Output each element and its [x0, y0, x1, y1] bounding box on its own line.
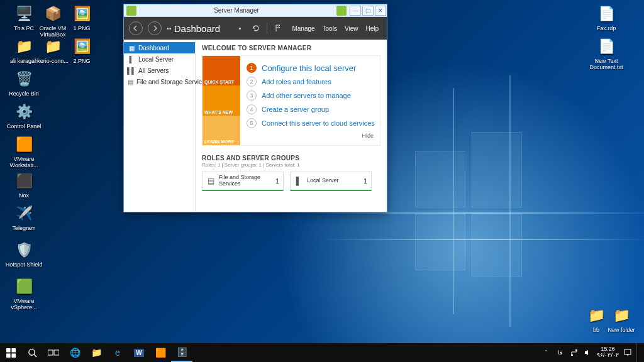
sidebar-item-dashboard[interactable]: ▦Dashboard [124, 42, 195, 53]
chevron-down-icon[interactable]: • [234, 23, 245, 34]
sidebar-item-label: Dashboard [138, 45, 169, 52]
ribbon-menu-view[interactable]: View [341, 24, 362, 33]
desktop-icon[interactable]: 📄Fax.rdp [589, 4, 624, 32]
search-button[interactable] [21, 343, 43, 362]
breadcrumb[interactable]: •• Dashboard [167, 23, 220, 34]
desktop-icon-glyph: 📦 [43, 4, 63, 24]
sidebar-item-file-and-storage-services[interactable]: ▤File and Storage Services▸ [124, 76, 195, 87]
groups-subtext: Roles: 1 | Server groups: 1 | Servers to… [202, 162, 380, 168]
desktop-icon-label: 1.PNG [63, 26, 101, 32]
app-icon [126, 6, 136, 16]
svg-rect-8 [575, 349, 577, 351]
notifications-flag-icon[interactable] [272, 23, 284, 34]
desktop-icon[interactable]: 🟩VMware vSphere... [5, 277, 43, 311]
tray-action-center-icon[interactable] [623, 348, 633, 358]
step-label: Connect this server to cloud services [262, 119, 375, 127]
show-desktop-button[interactable] [636, 343, 640, 362]
taskbar-app-edge[interactable]: e [107, 343, 128, 362]
sidebar-item-icon: ▦ [128, 44, 135, 52]
sidebar-item-icon: ▌ [128, 55, 135, 63]
ribbon-menu-tools[interactable]: Tools [319, 24, 340, 33]
titlebar-spare-icon [336, 6, 347, 16]
desktop-icon-glyph: 🛡️ [14, 240, 34, 260]
wizard-tile[interactable]: QUICK START [203, 56, 240, 85]
desktop-icon[interactable]: ⬛Nox [5, 171, 43, 199]
desktop-icon[interactable]: ✈️Telegram [5, 204, 43, 232]
desktop-icon-label: Nox [5, 193, 43, 199]
step-label: Add roles and features [262, 78, 331, 85]
tray-date: ۹۶/۰۳/۰۳ [597, 353, 619, 359]
groups-heading: ROLES AND SERVER GROUPS [202, 155, 380, 162]
desktop-icon[interactable]: 🛡️Hotspot Shield [5, 240, 43, 268]
step-label: Configure this local server [262, 63, 356, 73]
tray-clock[interactable]: 15:26 ۹۶/۰۳/۰۳ [597, 346, 619, 359]
wizard-step[interactable]: 2Add roles and features [247, 75, 376, 89]
sidebar-item-icon: ▤ [128, 78, 133, 85]
desktop-icon-glyph: ⬛ [14, 171, 34, 191]
refresh-icon[interactable] [250, 23, 262, 34]
desktop-icon[interactable]: 🟧VMware Workstati... [5, 134, 43, 169]
step-number: 4 [247, 104, 257, 114]
breadcrumb-label: Dashboard [174, 23, 220, 34]
role-card[interactable]: ▤File and Storage Services1 [202, 172, 284, 191]
tray-language[interactable]: فا [555, 348, 565, 358]
desktop-icon-label: Hotspot Shield [5, 262, 43, 268]
minimize-button[interactable]: — [350, 6, 361, 16]
task-view-button[interactable] [43, 343, 64, 362]
tray-network-icon[interactable] [569, 348, 579, 358]
desktop-icon-glyph: 📁 [611, 305, 631, 326]
ribbon: •• Dashboard • ManageToolsViewHelp [124, 17, 387, 40]
tray-volume-icon[interactable] [583, 348, 593, 358]
svg-rect-7 [571, 354, 573, 356]
titlebar[interactable]: Server Manager — ▢ ✕ [124, 4, 387, 17]
desktop-icon[interactable]: 📁New folder [604, 305, 639, 334]
desktop-icon-label: Fax.rdp [589, 26, 624, 32]
wizard-step[interactable]: 5Connect this server to cloud services [247, 116, 376, 130]
ribbon-menu-manage[interactable]: Manage [289, 24, 318, 33]
step-label: Create a server group [262, 106, 329, 113]
tray-overflow-icon[interactable]: ˄ [541, 348, 552, 358]
start-button[interactable] [0, 343, 21, 362]
system-tray: ˄ فا 15:26 ۹۶/۰۳/۰۳ [538, 343, 644, 362]
role-card[interactable]: ▌Local Server1 [290, 172, 372, 191]
windows-logo-backdrop [415, 126, 604, 314]
desktop-icon-label: Control Panel [5, 124, 43, 130]
wizard-step[interactable]: 4Create a server group [247, 102, 376, 116]
desktop-icon-glyph: ✈️ [14, 204, 34, 224]
desktop-icon[interactable]: 🖼️1.PNG [63, 4, 101, 32]
step-label: Add other servers to manage [262, 92, 351, 99]
taskbar-app-word[interactable]: W [128, 343, 150, 362]
wizard-step[interactable]: 3Add other servers to manage [247, 89, 376, 102]
taskbar-app-vmware[interactable]: 🟧 [150, 343, 171, 362]
desktop-icon-label: VMware vSphere... [5, 299, 43, 311]
desktop-icon[interactable]: 🖼️2.PNG [63, 36, 101, 65]
desktop-icon-glyph: 🖼️ [72, 4, 92, 24]
sidebar-item-label: Local Server [138, 56, 174, 63]
sidebar-item-local-server[interactable]: ▌Local Server [124, 53, 195, 65]
taskbar-app-chrome[interactable]: 🌐 [64, 343, 86, 362]
welcome-heading: WELCOME TO SERVER MANAGER [202, 45, 380, 52]
close-button[interactable]: ✕ [375, 6, 386, 16]
wizard-tile[interactable]: LEARN MORE [203, 116, 240, 145]
hide-button[interactable]: Hide [247, 133, 376, 139]
sidebar: ▦Dashboard▌Local Server▌▌All Servers▤Fil… [124, 40, 196, 212]
role-card-label: File and Storage Services [219, 175, 272, 187]
desktop-icon[interactable]: ⚙️Control Panel [5, 102, 43, 130]
main-panel: WELCOME TO SERVER MANAGER QUICK STARTWHA… [196, 40, 387, 212]
desktop-icon[interactable]: 📄New Text Document.txt [589, 36, 624, 71]
wizard-step[interactable]: 1Configure this local server [247, 61, 376, 75]
breadcrumb-dots: •• [167, 25, 172, 32]
taskbar-app-explorer[interactable]: 📁 [86, 343, 107, 362]
sidebar-item-all-servers[interactable]: ▌▌All Servers [124, 65, 195, 76]
wizard-tile[interactable]: WHAT'S NEW [203, 85, 240, 115]
ribbon-menu-help[interactable]: Help [362, 24, 382, 33]
nav-forward-button[interactable] [148, 21, 162, 35]
step-number: 5 [247, 118, 257, 128]
svg-point-4 [28, 349, 34, 354]
taskbar-app-servermanager[interactable]: 🗄️ [171, 343, 192, 362]
window-title: Server Manager [139, 7, 334, 14]
nav-back-button[interactable] [129, 21, 143, 35]
maximize-button[interactable]: ▢ [362, 6, 374, 16]
desktop-icon[interactable]: 🗑️Recycle Bin [5, 69, 43, 97]
step-number: 1 [247, 63, 257, 73]
